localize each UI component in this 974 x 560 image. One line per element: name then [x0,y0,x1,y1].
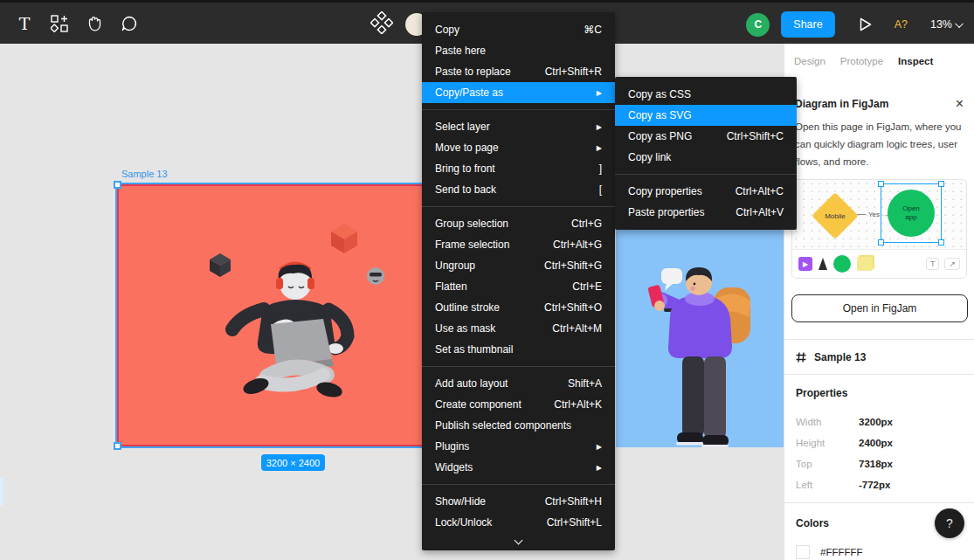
menu-shortcut: Ctrl+Alt+C [736,185,784,197]
tab-prototype[interactable]: Prototype [840,56,883,66]
menu-separator [422,109,615,110]
present-play-icon[interactable] [851,10,881,39]
menu-item-add-auto-layout[interactable]: Add auto layoutShift+A [422,373,615,394]
menu-item-copy[interactable]: Copy⌘C [422,19,615,40]
dark-cube [210,253,231,277]
menu-item-copy-paste-as[interactable]: Copy/Paste as▶ [422,82,615,103]
property-row-top: Top7318px [796,453,963,474]
person [647,267,750,447]
cursor-tool-icon: ▶ [798,257,812,271]
menu-separator [422,206,615,207]
property-row-height: Height2400px [796,432,963,453]
widgets-diamond-icon[interactable] [370,11,393,38]
menu-item-move-to-page[interactable]: Move to page▶ [422,137,615,158]
zoom-level-control[interactable]: 13% [930,18,964,31]
text-tool-mini-icon: T [926,258,940,270]
selection-handle-bottom-left[interactable] [114,442,121,450]
figjam-card-body: Open this page in FigJam, where you can … [795,118,964,170]
property-value: 7318px [859,459,893,469]
menu-item-group-selection[interactable]: Group selectionCtrl+G [422,213,615,234]
menu-item-ungroup[interactable]: UngroupCtrl+Shift+G [422,255,615,276]
submenu-arrow-icon: ▶ [597,144,602,152]
chevron-down-icon [955,19,964,28]
menu-item-frame-selection[interactable]: Frame selectionCtrl+Alt+G [422,234,615,255]
menu-item-publish-selected-components[interactable]: Publish selected components [422,415,615,436]
menu-item-flatten[interactable]: FlattenCtrl+E [422,276,615,297]
selected-layer-name: Sample 13 [814,351,866,363]
menu-shortcut: Ctrl+Shift+O [544,301,602,314]
size-badge: 3200 × 2400 [261,454,325,471]
menu-item-copy-properties[interactable]: Copy propertiesCtrl+Alt+C [615,181,797,202]
accessibility-indicator[interactable]: A? [895,18,908,31]
menu-item-copy-as-css[interactable]: Copy as CSS [615,84,797,105]
menu-item-create-component[interactable]: Create componentCtrl+Alt+K [422,394,615,415]
figjam-card: Diagram in FigJam × Open this page in Fi… [784,97,974,322]
user-avatar[interactable]: C [746,13,770,37]
menu-item-copy-as-png[interactable]: Copy as PNGCtrl+Shift+C [615,126,797,147]
selection-handle-top-left[interactable] [114,181,121,189]
hand-tool-icon[interactable] [77,4,112,43]
share-button[interactable]: Share [781,11,834,38]
tab-inspect[interactable]: Inspect [898,56,933,66]
menu-item-copy-link[interactable]: Copy link [615,147,797,168]
menu-shortcut: Ctrl+Shift+H [545,495,602,508]
menu-more-chevron-icon[interactable] [422,533,615,547]
menu-item-widgets[interactable]: Widgets▶ [422,457,615,478]
menu-item-lock-unlock[interactable]: Lock/UnlockCtrl+Shift+L [422,512,615,533]
menu-item-send-to-back[interactable]: Send to back[ [422,179,615,200]
menu-item-show-hide[interactable]: Show/HideCtrl+Shift+H [422,491,615,512]
property-label: Height [796,438,859,448]
figjam-card-title: Diagram in FigJam [795,98,888,110]
menu-shortcut: Ctrl+Alt+K [554,398,602,411]
menu-shortcut: Shift+A [568,377,602,390]
text-tool-icon[interactable]: T [7,4,42,43]
menu-item-copy-as-svg[interactable]: Copy as SVG [615,105,797,126]
menu-item-paste-here[interactable]: Paste here [422,40,615,61]
comment-tool-icon[interactable] [112,4,147,43]
close-icon[interactable]: × [956,97,964,111]
sticky-note-icon [857,257,873,271]
menu-shortcut: ] [599,162,602,175]
menu-shortcut: Ctrl+E [572,280,602,293]
property-row-left: Left-772px [796,474,963,495]
connector-tool-mini-icon: ↗ [944,258,960,270]
menu-separator [615,174,797,175]
color-swatch[interactable] [796,545,810,559]
property-row-width: Width3200px [796,411,963,432]
shapes-tool-icon[interactable] [42,4,77,43]
inspector-panel: DesignPrototypeInspect Diagram in FigJam… [784,44,974,560]
pen-tool-icon [819,258,827,270]
menu-item-outline-stroke[interactable]: Outline strokeCtrl+Shift+O [422,297,615,318]
inspector-tabs: DesignPrototypeInspect [784,44,974,79]
person [232,264,348,399]
menu-item-bring-to-front[interactable]: Bring to front] [422,158,615,179]
tab-design[interactable]: Design [794,56,825,66]
selected-layer-row[interactable]: Sample 13 [784,340,974,374]
menu-shortcut: ⌘C [584,24,602,36]
menu-item-paste-properties[interactable]: Paste propertiesCtrl+Alt+V [615,202,797,223]
page-edge-indicator [0,478,3,506]
menu-item-set-as-thumbnail[interactable]: Set as thumbnail [422,339,615,360]
menu-item-paste-to-replace[interactable]: Paste to replaceCtrl+Shift+R [422,61,615,82]
menu-shortcut: Ctrl+Alt+V [736,206,784,218]
menu-separator [422,366,615,367]
submenu-arrow-icon: ▶ [597,89,602,97]
speech-bubble [661,268,682,291]
menu-item-select-layer[interactable]: Select layer▶ [422,116,615,137]
copy-paste-as-submenu: Copy as CSSCopy as SVGCopy as PNGCtrl+Sh… [615,77,797,230]
shape-tool-icon [833,255,851,273]
property-value: 2400px [859,438,893,448]
menu-shortcut: Ctrl+Shift+R [545,66,602,78]
submenu-arrow-icon: ▶ [597,123,602,131]
color-swatches: #FFFFFF [796,545,963,559]
property-label: Width [796,417,859,427]
properties-section: Properties Width3200pxHeight2400pxTop731… [784,375,974,502]
frame-hash-icon [796,352,806,363]
help-button[interactable]: ? [935,508,964,538]
menu-item-plugins[interactable]: Plugins▶ [422,436,615,457]
open-in-figjam-button[interactable]: Open in FigJam [791,294,968,322]
emoji-sphere [367,267,384,285]
frame-name-label[interactable]: Sample 13 [121,169,168,179]
menu-item-use-as-mask[interactable]: Use as maskCtrl+Alt+M [422,318,615,339]
menu-shortcut: Ctrl+Shift+L [547,516,602,529]
